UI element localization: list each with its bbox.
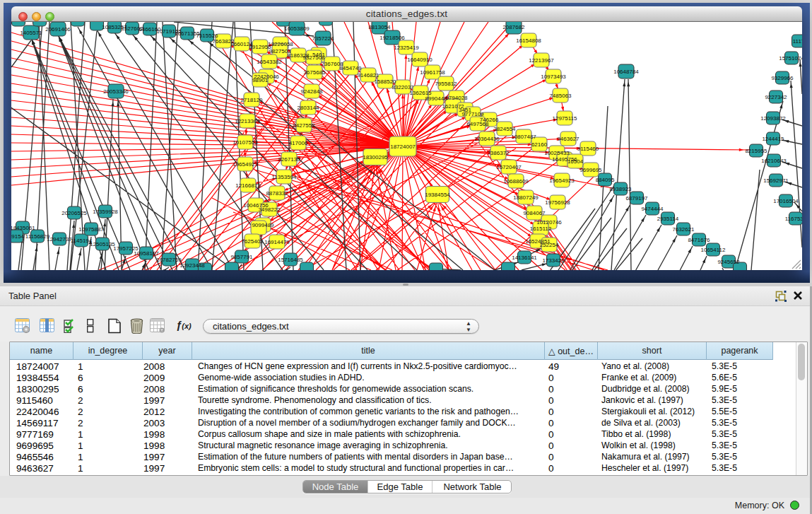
svg-text:62160: 62160 xyxy=(531,141,548,148)
svg-text:3675685: 3675685 xyxy=(303,69,326,76)
svg-text:16053809: 16053809 xyxy=(284,25,310,32)
svg-text:9474444: 9474444 xyxy=(641,206,664,212)
svg-text:8427552: 8427552 xyxy=(293,122,315,129)
svg-text:16504: 16504 xyxy=(567,158,584,165)
svg-text:7632621: 7632621 xyxy=(672,226,695,233)
svg-text:18724007: 18724007 xyxy=(390,144,416,150)
svg-text:20364436: 20364436 xyxy=(474,136,500,142)
svg-text:9242848: 9242848 xyxy=(300,88,323,95)
svg-text:15751074: 15751074 xyxy=(779,55,802,62)
svg-text:9227342: 9227342 xyxy=(765,94,787,100)
svg-text:10973493: 10973493 xyxy=(541,74,566,80)
svg-text:16914479: 16914479 xyxy=(264,239,290,245)
svg-text:1615112: 1615112 xyxy=(530,226,552,232)
svg-text:39154: 39154 xyxy=(11,233,25,240)
svg-text:19218506: 19218506 xyxy=(379,35,405,41)
svg-text:9329966: 9329966 xyxy=(771,75,794,81)
svg-text:9146821: 9146821 xyxy=(357,72,379,78)
svg-text:17359928: 17359928 xyxy=(93,209,118,215)
svg-text:16782759: 16782759 xyxy=(156,257,182,263)
svg-text:20206525: 20206525 xyxy=(61,210,87,216)
svg-text:7485063: 7485063 xyxy=(549,93,572,99)
svg-text:12325419: 12325419 xyxy=(394,45,419,51)
svg-text:1405571: 1405571 xyxy=(20,30,42,36)
svg-text:20691406: 20691406 xyxy=(45,26,71,33)
svg-text:1244415: 1244415 xyxy=(762,136,784,142)
svg-text:2087682: 2087682 xyxy=(502,24,525,30)
svg-text:10958107: 10958107 xyxy=(134,250,159,257)
svg-text:9245652: 9245652 xyxy=(717,259,740,265)
svg-text:12505135: 12505135 xyxy=(90,241,115,247)
svg-text:1167533: 1167533 xyxy=(785,216,802,222)
svg-text:1733426: 1733426 xyxy=(542,257,565,264)
svg-text:10648784: 10648784 xyxy=(613,69,639,75)
svg-text:12213309: 12213309 xyxy=(235,118,260,124)
svg-text:12093872: 12093872 xyxy=(760,115,786,122)
svg-text:10688609: 10688609 xyxy=(503,178,529,185)
svg-text:6794028: 6794028 xyxy=(445,95,468,101)
svg-text:16154808: 16154808 xyxy=(516,37,541,44)
svg-text:18300295: 18300295 xyxy=(363,154,388,160)
svg-text:8938923: 8938923 xyxy=(609,186,632,192)
svg-text:8454749: 8454749 xyxy=(339,65,362,71)
svg-text:11353594: 11353594 xyxy=(272,174,298,180)
svg-text:10107553: 10107553 xyxy=(233,139,258,146)
svg-text:8267130: 8267130 xyxy=(278,156,300,163)
svg-text:17016504: 17016504 xyxy=(773,198,799,204)
svg-text:9857791: 9857791 xyxy=(230,254,253,260)
svg-text:16543382: 16543382 xyxy=(257,59,282,65)
svg-text:15692971: 15692971 xyxy=(763,177,789,184)
svg-text:9084067: 9084067 xyxy=(523,210,546,216)
svg-text:8215955: 8215955 xyxy=(745,148,767,154)
svg-text:10120746: 10120746 xyxy=(536,219,562,226)
svg-text:1145194: 1145194 xyxy=(71,238,93,244)
svg-text:12975115: 12975115 xyxy=(553,115,578,122)
svg-text:8878332: 8878332 xyxy=(266,190,288,197)
svg-text:98901: 98901 xyxy=(252,77,269,83)
svg-text:3498222: 3498222 xyxy=(258,206,281,213)
svg-text:9463627: 9463627 xyxy=(557,136,579,142)
svg-text:1117: 1117 xyxy=(793,38,802,45)
svg-text:19756928: 19756928 xyxy=(545,199,570,206)
svg-text:15720407: 15720407 xyxy=(496,164,522,170)
svg-text:3824554: 3824554 xyxy=(493,126,516,132)
svg-text:10807487: 10807487 xyxy=(511,134,536,140)
svg-text:7386372: 7386372 xyxy=(487,150,510,156)
svg-text:9699695: 9699695 xyxy=(579,167,602,173)
svg-text:2718120: 2718120 xyxy=(240,97,263,103)
svg-text:10654112: 10654112 xyxy=(701,247,726,253)
svg-text:9327508: 9327508 xyxy=(302,54,325,61)
svg-text:19654923: 19654923 xyxy=(549,177,575,184)
svg-text:6497568: 6497568 xyxy=(466,121,489,127)
svg-text:8990448: 8990448 xyxy=(425,95,447,102)
svg-text:7357224: 7357224 xyxy=(312,35,334,42)
svg-text:16210643: 16210643 xyxy=(761,158,787,164)
svg-text:9099489: 9099489 xyxy=(252,222,274,228)
svg-text:2935114: 2935114 xyxy=(657,216,679,222)
svg-text:252254: 252254 xyxy=(540,242,559,248)
svg-text:20053346: 20053346 xyxy=(103,88,129,95)
svg-text:18226058: 18226058 xyxy=(268,41,293,47)
svg-text:14136141: 14136141 xyxy=(512,255,537,261)
svg-text:12166873: 12166873 xyxy=(235,182,261,189)
svg-text:12923448: 12923448 xyxy=(180,262,205,269)
svg-text:8471676: 8471676 xyxy=(688,237,710,243)
svg-text:12213967: 12213967 xyxy=(529,57,554,64)
svg-text:19384554: 19384554 xyxy=(425,192,450,198)
svg-text:417006: 417006 xyxy=(289,140,308,146)
svg-text:7955812: 7955812 xyxy=(435,81,457,87)
svg-text:18807249: 18807249 xyxy=(513,194,539,201)
svg-text:10975887: 10975887 xyxy=(78,226,104,233)
svg-text:884095: 884095 xyxy=(596,177,615,183)
svg-text:19654923: 19654923 xyxy=(233,161,258,168)
svg-text:18435061: 18435061 xyxy=(11,225,35,231)
svg-text:6879197: 6879197 xyxy=(625,195,648,201)
svg-text:10025433: 10025433 xyxy=(544,150,570,156)
svg-text:8813054: 8813054 xyxy=(368,24,391,30)
svg-text:9115460: 9115460 xyxy=(577,146,599,152)
svg-text:16640910: 16640910 xyxy=(407,57,433,63)
svg-text:2803144: 2803144 xyxy=(297,105,319,111)
svg-text:10961758: 10961758 xyxy=(420,69,445,76)
svg-text:12942737: 12942737 xyxy=(47,236,72,243)
svg-text:15716485: 15716485 xyxy=(278,257,303,263)
